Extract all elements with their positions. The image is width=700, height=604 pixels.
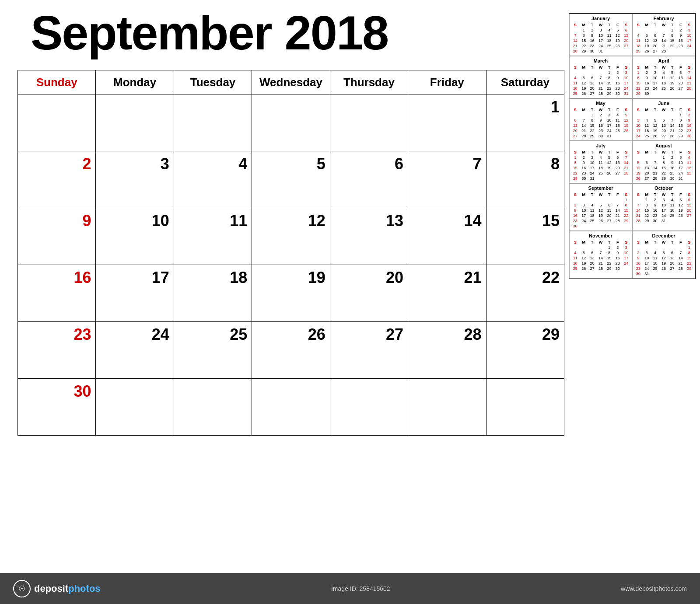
calendar-day[interactable]: 4 xyxy=(174,151,252,208)
mini-cal-cell xyxy=(596,197,605,202)
calendar-day[interactable]: 30 xyxy=(18,379,96,436)
mini-cal-row: 30 xyxy=(571,223,630,229)
calendar-day[interactable] xyxy=(252,379,330,436)
mini-cal-cell xyxy=(634,28,642,33)
calendar-day[interactable]: 28 xyxy=(408,322,486,379)
calendar-day[interactable]: 14 xyxy=(408,208,486,265)
mini-cal-cell: 5 xyxy=(634,160,642,165)
mini-cal-cell: 2 xyxy=(642,70,651,75)
calendar-week-0: 1 xyxy=(18,94,564,151)
calendar-day[interactable]: 7 xyxy=(408,151,486,208)
calendar-day[interactable]: 17 xyxy=(96,265,174,322)
calendar-day[interactable]: 16 xyxy=(18,265,96,322)
mini-cal-header: W xyxy=(596,22,605,28)
mini-cal-cell: 3 xyxy=(642,250,651,255)
calendar-day[interactable]: 27 xyxy=(330,322,408,379)
mini-cal-cell: 22 xyxy=(659,171,668,176)
mini-cal-cell: 29 xyxy=(588,133,596,139)
mini-cal-header: F xyxy=(613,107,622,112)
mini-cal-cell xyxy=(659,112,668,118)
mini-cal-row: 9101112131415 xyxy=(634,255,693,261)
mini-cal-cell: 21 xyxy=(622,165,630,171)
mini-cal-cell: 30 xyxy=(651,218,659,223)
calendar-day[interactable]: 25 xyxy=(174,322,252,379)
mini-cal-cell: 10 xyxy=(596,33,605,38)
mini-cal-cell: 1 xyxy=(622,197,630,202)
mini-cal-cell: 17 xyxy=(596,38,605,43)
calendar-day[interactable]: 19 xyxy=(252,265,330,322)
mini-cal-cell: 11 xyxy=(613,118,622,123)
calendar-day[interactable] xyxy=(408,94,486,151)
mini-cal-cell: 12 xyxy=(579,255,588,261)
calendar-day[interactable]: 20 xyxy=(330,265,408,322)
mini-cal-header: W xyxy=(659,22,668,28)
mini-cal-cell xyxy=(676,218,685,223)
mini-cal-cell: 7 xyxy=(659,33,668,38)
mini-cal-row: 1 xyxy=(571,197,630,202)
mini-cal-october: OctoberSMTWTFS12345678910111213141516171… xyxy=(632,183,695,231)
mini-cal-cell: 12 xyxy=(659,255,668,261)
calendar-day[interactable] xyxy=(330,94,408,151)
calendar-day[interactable]: 9 xyxy=(18,208,96,265)
mini-cal-cell: 29 xyxy=(642,218,651,223)
mini-cal-row: 891011121314 xyxy=(571,160,630,165)
mini-cal-cell: 27 xyxy=(613,171,622,176)
calendar-day[interactable]: 29 xyxy=(486,322,564,379)
mini-cal-cell: 7 xyxy=(668,118,676,123)
calendar-day[interactable]: 22 xyxy=(486,265,564,322)
mini-cal-cell xyxy=(668,245,676,250)
calendar-day[interactable] xyxy=(174,379,252,436)
mini-cal-cell xyxy=(642,245,651,250)
calendar-day[interactable]: 8 xyxy=(486,151,564,208)
mini-cal-cell: 14 xyxy=(676,255,685,261)
calendar-day[interactable]: 13 xyxy=(330,208,408,265)
calendar-day[interactable]: 2 xyxy=(18,151,96,208)
mini-cal-cell: 17 xyxy=(588,165,596,171)
mini-cal-header: T xyxy=(651,107,659,112)
mini-cal-header: M xyxy=(642,22,651,28)
calendar-day[interactable] xyxy=(330,379,408,436)
mini-cal-header: W xyxy=(596,192,605,197)
calendar-day[interactable] xyxy=(174,94,252,151)
day-number: 21 xyxy=(413,269,481,287)
mini-cal-cell: 27 xyxy=(588,266,596,271)
calendar-day[interactable] xyxy=(486,379,564,436)
mini-cal-cell: 19 xyxy=(605,165,613,171)
calendar-day[interactable]: 6 xyxy=(330,151,408,208)
mini-cal-cell: 31 xyxy=(659,218,668,223)
mini-cal-cell: 10 xyxy=(622,250,630,255)
calendar-day[interactable]: 15 xyxy=(486,208,564,265)
mini-cal-row: 17181920212223 xyxy=(634,128,693,133)
mini-cal-row: 14151617181920 xyxy=(571,38,630,43)
mini-cal-cell: 22 xyxy=(579,43,588,49)
calendar-day[interactable] xyxy=(96,94,174,151)
mini-cal-cell: 11 xyxy=(571,80,579,86)
mini-cal-cell: 26 xyxy=(596,218,605,223)
calendar-day[interactable] xyxy=(18,94,96,151)
mini-cal-cell: 3 xyxy=(634,118,642,123)
calendar-day[interactable]: 3 xyxy=(96,151,174,208)
calendar-day[interactable]: 11 xyxy=(174,208,252,265)
calendar-day[interactable]: 12 xyxy=(252,208,330,265)
mini-cal-row: 78910111213 xyxy=(571,33,630,38)
mini-cal-cell: 27 xyxy=(668,266,676,271)
calendar-day[interactable] xyxy=(96,379,174,436)
mini-cal-row: 78910111213 xyxy=(634,202,693,208)
header-saturday: Saturday xyxy=(486,70,564,94)
calendar-day[interactable] xyxy=(408,379,486,436)
calendar-day[interactable]: 26 xyxy=(252,322,330,379)
calendar-day[interactable]: 23 xyxy=(18,322,96,379)
mini-cal-cell: 3 xyxy=(579,202,588,208)
calendar-week-3: 16171819202122 xyxy=(18,265,564,322)
calendar-day[interactable] xyxy=(252,94,330,151)
calendar-day[interactable]: 10 xyxy=(96,208,174,265)
mini-cal-row: 19202122232425 xyxy=(634,171,693,176)
mini-cal-row: 28293031 xyxy=(571,49,630,54)
mini-cal-cell xyxy=(596,245,605,250)
mini-cal-cell xyxy=(605,49,613,54)
calendar-day[interactable]: 1 xyxy=(486,94,564,151)
calendar-day[interactable]: 5 xyxy=(252,151,330,208)
calendar-day[interactable]: 24 xyxy=(96,322,174,379)
calendar-day[interactable]: 18 xyxy=(174,265,252,322)
calendar-day[interactable]: 21 xyxy=(408,265,486,322)
